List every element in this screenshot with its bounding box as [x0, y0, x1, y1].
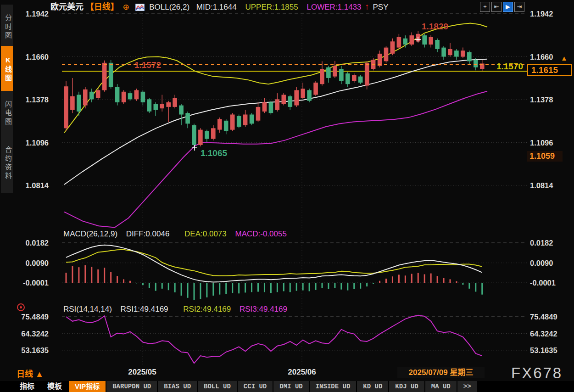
swing-high-label: 1.1829 [422, 22, 448, 31]
alert-target-icon[interactable] [17, 303, 25, 311]
bottom-tab-1[interactable]: 指标 [14, 381, 40, 392]
rsi-pane-header: RSI(14,14,14) RSI1:49.4169 RSI2:49.4169 … [63, 304, 294, 314]
macd-dea-value: DEA:0.0073 [184, 230, 227, 238]
macd-title: MACD(26,12,9) [63, 230, 117, 238]
bottom-tab-5[interactable]: BIAS_UD [158, 381, 197, 392]
rsi1-value: RSI1:49.4169 [121, 305, 168, 314]
axis-label-left: 1.1942 [16, 9, 49, 18]
axis-label-left: 1.1378 [16, 95, 49, 104]
swing-low-label: 1.1065 [201, 148, 228, 158]
bottom-tab-3[interactable]: VIP指标 [69, 381, 106, 392]
axis-label-right: 1.1096 [530, 138, 572, 147]
axis-label-right: 64.3242 [530, 329, 572, 338]
axis-label-right: 53.1635 [530, 346, 572, 355]
macd-diff-value: DIFF:0.0046 [126, 230, 170, 238]
boll-mid-line [64, 59, 487, 185]
axis-label-right: 0.0182 [530, 238, 572, 247]
axis-label-right: 0.0090 [530, 258, 572, 268]
axis-label-left: 0.0182 [16, 238, 49, 247]
candles [64, 31, 484, 147]
period-selector[interactable]: 日线 ▲ [17, 367, 44, 379]
hline-price-label: 1.1572 [134, 60, 161, 70]
rsi-line [66, 315, 482, 364]
hline-price-label-right: 1.1570 [496, 62, 523, 71]
bottom-tab-4[interactable]: BARUPDN_UD [106, 381, 157, 392]
axis-label-right: 1.1942 [530, 9, 572, 18]
bottom-tab-12[interactable]: MA_UD [425, 381, 457, 392]
indicator-tabbar: 指标模板VIP指标BARUPDN_UDBIAS_UDBOLL_UDCCI_UDD… [0, 381, 574, 392]
cursor-date-box: 2025/07/09 星期三 [397, 367, 485, 378]
trading-app-window: 分时图K线图闪电图合约资料 欧元美元 【日线】 ⊕ BOLL(26,2) MID… [0, 0, 574, 392]
x-axis-month-label: 2025/06 [279, 368, 325, 377]
axis-label-right: 75.4849 [530, 312, 572, 321]
bottom-tab-11[interactable]: KDJ_UD [389, 381, 424, 392]
axis-label-left: 64.3242 [16, 329, 49, 338]
axis-label-left: 0.0090 [16, 258, 49, 268]
rsi3-value: RSI3:49.4169 [240, 305, 287, 314]
macd-pane-header: MACD(26,12,9) DIFF:0.0046 DEA:0.0073 MAC… [63, 229, 293, 239]
chart-canvas[interactable]: 1.15721.15701.18291.1065 [0, 0, 574, 392]
last-price-arrow-icon: ▲ [561, 54, 568, 62]
bottom-tab-13[interactable]: >> [457, 381, 477, 392]
axis-label-left: -0.0001 [16, 278, 49, 287]
bottom-tab-6[interactable]: BOLL_UD [198, 381, 237, 392]
rsi-title: RSI(14,14,14) [63, 305, 112, 314]
bottom-tab-2[interactable]: 模板 [41, 381, 68, 392]
axis-label-right: -0.0001 [530, 278, 572, 287]
axis-label-left: 1.1096 [16, 138, 49, 147]
rsi2-value: RSI2:49.4169 [183, 305, 231, 314]
x-axis-month-label: 2025/05 [119, 368, 165, 377]
axis-label-right: 1.0814 [530, 181, 572, 190]
axis-label-left: 1.0814 [16, 181, 49, 190]
boll-lower-band-line [64, 91, 487, 228]
axis-label-left: 1.1660 [16, 52, 49, 62]
bottom-tab-9[interactable]: INSIDE_UD [310, 381, 357, 392]
axis-label-left: 75.4849 [16, 312, 49, 321]
low-price-axis-box: 1.1059 [527, 151, 563, 162]
last-price-axis-box: 1.1615 [527, 64, 572, 76]
watermark-logo: FX678 [511, 364, 563, 382]
axis-label-right: 1.1378 [530, 95, 572, 104]
bottom-tab-8[interactable]: DMI_UD [273, 381, 308, 392]
axis-label-left: 53.1635 [16, 346, 49, 355]
bottom-tab-10[interactable]: KD_UD [357, 381, 388, 392]
macd-macd-value: MACD:-0.0055 [235, 230, 287, 238]
bottom-tab-7[interactable]: CCI_UD [238, 381, 273, 392]
